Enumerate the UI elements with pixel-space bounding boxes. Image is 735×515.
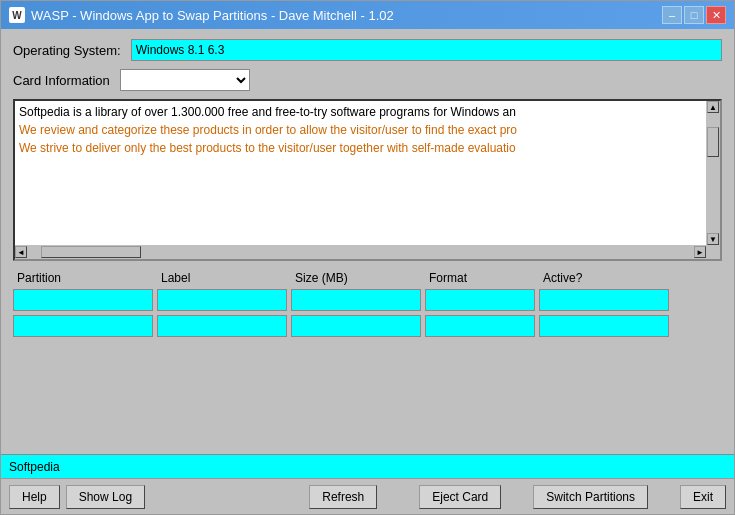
maximize-button[interactable]: □: [684, 6, 704, 24]
textarea-line-0: Softpedia is a library of over 1.300.000…: [19, 105, 716, 119]
partition-2-col1: [157, 315, 287, 337]
info-text-area-wrapper: Softpedia is a library of over 1.300.000…: [13, 99, 722, 261]
app-icon: W: [9, 7, 25, 23]
partition-1-col1: [157, 289, 287, 311]
vertical-scroll-thumb[interactable]: [707, 127, 719, 157]
partition-2-col3: [425, 315, 535, 337]
partition-2-col0: [13, 315, 153, 337]
main-content: Operating System: Windows 8.1 6.3 Card I…: [1, 29, 734, 454]
partition-row-2: [13, 315, 722, 337]
partition-header: Partition Label Size (MB) Format Active?: [13, 271, 722, 285]
title-bar-left: W WASP - Windows App to Swap Partitions …: [9, 7, 394, 23]
os-row: Operating System: Windows 8.1 6.3: [13, 39, 722, 61]
horizontal-scrollbar[interactable]: ◄ ►: [15, 245, 706, 259]
status-bar: Softpedia: [1, 454, 734, 478]
switch-partitions-button[interactable]: Switch Partitions: [533, 485, 648, 509]
card-info-row: Card Information: [13, 69, 722, 91]
vertical-scrollbar[interactable]: ▲ ▼: [706, 101, 720, 245]
scroll-down-arrow[interactable]: ▼: [707, 233, 719, 245]
os-value: Windows 8.1 6.3: [131, 39, 722, 61]
partition-section: Partition Label Size (MB) Format Active?: [13, 271, 722, 341]
title-bar: W WASP - Windows App to Swap Partitions …: [1, 1, 734, 29]
scroll-corner: [706, 245, 720, 259]
os-label: Operating System:: [13, 43, 121, 58]
exit-button[interactable]: Exit: [680, 485, 726, 509]
partition-1-col4: [539, 289, 669, 311]
textarea-line-2: We strive to deliver only the best produ…: [19, 141, 716, 155]
show-log-button[interactable]: Show Log: [66, 485, 145, 509]
bottom-bar: Help Show Log Refresh Eject Card Switch …: [1, 478, 734, 514]
partition-row-1: [13, 289, 722, 311]
partition-2-col4: [539, 315, 669, 337]
partition-1-col0: [13, 289, 153, 311]
partition-header-label: Label: [161, 271, 291, 285]
window-title: WASP - Windows App to Swap Partitions - …: [31, 8, 394, 23]
partition-1-col2: [291, 289, 421, 311]
close-button[interactable]: ✕: [706, 6, 726, 24]
scroll-up-arrow[interactable]: ▲: [707, 101, 719, 113]
scroll-right-arrow[interactable]: ►: [694, 246, 706, 258]
app-window: W WASP - Windows App to Swap Partitions …: [0, 0, 735, 515]
status-text: Softpedia: [9, 460, 60, 474]
partition-header-partition: Partition: [17, 271, 157, 285]
scroll-left-arrow[interactable]: ◄: [15, 246, 27, 258]
title-controls: – □ ✕: [662, 6, 726, 24]
partition-header-active: Active?: [543, 271, 673, 285]
partition-header-size: Size (MB): [295, 271, 425, 285]
partition-header-format: Format: [429, 271, 539, 285]
eject-card-button[interactable]: Eject Card: [419, 485, 501, 509]
card-label: Card Information: [13, 73, 110, 88]
card-dropdown[interactable]: [120, 69, 250, 91]
partition-1-col3: [425, 289, 535, 311]
textarea-content: Softpedia is a library of over 1.300.000…: [15, 101, 720, 163]
minimize-button[interactable]: –: [662, 6, 682, 24]
textarea-line-1: We review and categorize these products …: [19, 123, 716, 137]
help-button[interactable]: Help: [9, 485, 60, 509]
refresh-button[interactable]: Refresh: [309, 485, 377, 509]
partition-2-col2: [291, 315, 421, 337]
horizontal-scroll-thumb[interactable]: [41, 246, 141, 258]
